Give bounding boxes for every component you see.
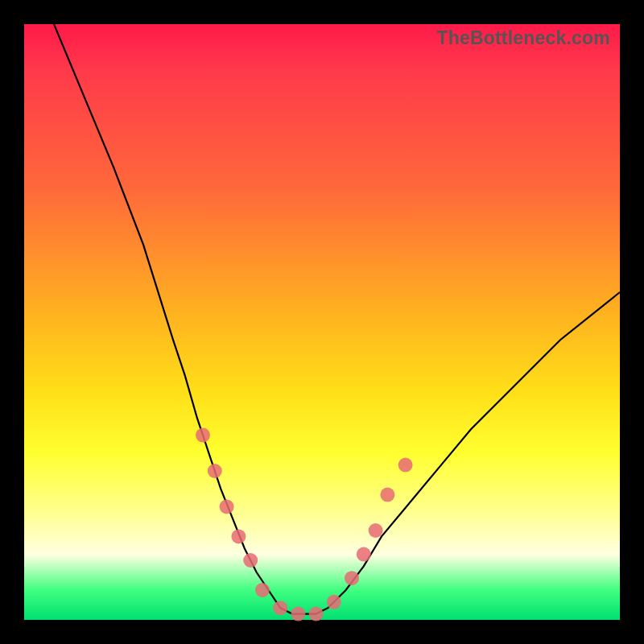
curve-marker [208, 464, 222, 478]
curve-marker [309, 607, 324, 621]
curve-marker [398, 458, 413, 473]
chart-frame: TheBottleneck.com [0, 0, 644, 644]
bottleneck-curve [54, 24, 620, 614]
curve-marker [255, 583, 270, 597]
curve-marker [273, 601, 287, 615]
curve-marker [291, 607, 305, 621]
curve-marker [327, 595, 341, 609]
curve-layer [24, 24, 620, 620]
curve-marker [345, 571, 359, 585]
curve-marker [220, 499, 234, 514]
curve-marker [231, 529, 246, 543]
chart-plot-area: TheBottleneck.com [24, 24, 620, 620]
curve-marker [369, 523, 383, 538]
curve-marker [357, 547, 371, 562]
curve-marker [380, 488, 394, 502]
curve-marker [243, 553, 258, 568]
curve-marker [196, 428, 210, 443]
